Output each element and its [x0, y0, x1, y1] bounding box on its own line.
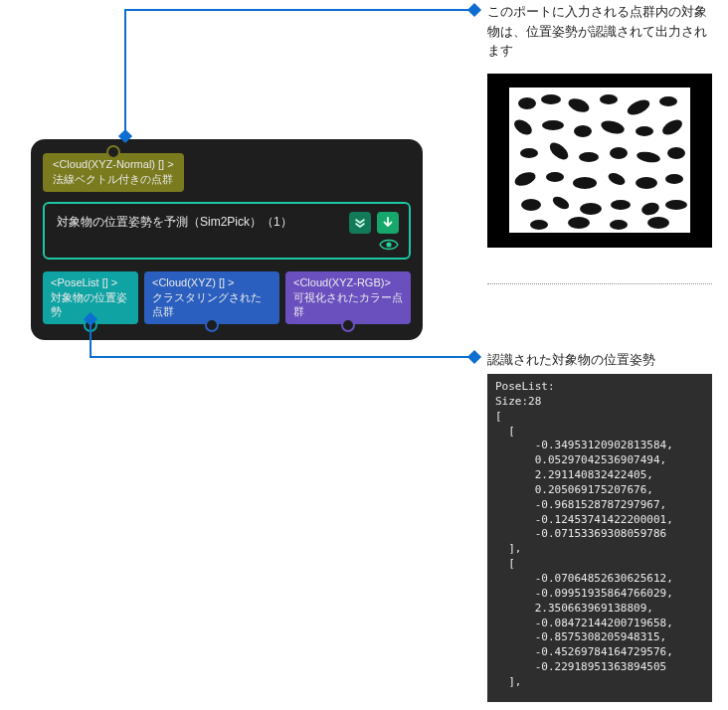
port-type-label: <Cloud(XYZ-Normal) [] > [53, 157, 174, 172]
connector-line [90, 356, 472, 358]
port-name-label: クラスタリングされた点群 [152, 290, 272, 320]
svg-point-21 [546, 172, 564, 182]
output-port-cluster-cloud[interactable]: <Cloud(XYZ) [] > クラスタリングされた点群 [144, 271, 279, 325]
port-name-label: 法線ベクトル付きの点群 [53, 172, 174, 187]
svg-point-12 [636, 126, 653, 136]
output-ports-row: <PoseList [] > 対象物の位置姿勢 <Cloud(XYZ) [] >… [43, 271, 411, 325]
port-type-label: <PoseList [] > [51, 275, 130, 290]
svg-point-31 [665, 200, 687, 210]
section-divider [487, 283, 712, 284]
output-port-color-cloud[interactable]: <Cloud(XYZ-RGB)> 可視化されたカラー点群 [285, 271, 411, 325]
node-header-icons [349, 212, 399, 252]
node-header[interactable]: 対象物の位置姿勢を予測（Sim2Pick）（1） [43, 202, 411, 260]
svg-point-33 [568, 217, 590, 229]
svg-point-24 [636, 177, 657, 189]
svg-point-25 [665, 174, 683, 184]
svg-point-3 [541, 94, 561, 104]
node-title: 対象物の位置姿勢を予測（Sim2Pick）（1） [57, 212, 292, 231]
pointcloud-thumbnail [487, 74, 712, 248]
svg-point-19 [667, 147, 685, 159]
svg-point-7 [659, 96, 677, 106]
visibility-icon[interactable] [379, 238, 399, 252]
svg-point-9 [542, 120, 564, 130]
svg-point-10 [574, 125, 592, 137]
svg-point-16 [579, 152, 599, 162]
svg-point-26 [521, 199, 541, 211]
port-type-label: <Cloud(XYZ) [] > [152, 275, 272, 290]
port-name-label: 可視化されたカラー点群 [293, 290, 403, 320]
connector-end-diamond [467, 350, 481, 364]
svg-point-28 [580, 203, 602, 215]
poselist-output-panel: PoseList: Size:28 [ [ -0.349531209028135… [487, 374, 712, 702]
svg-point-14 [520, 148, 538, 158]
svg-point-29 [611, 200, 631, 210]
svg-point-34 [610, 220, 628, 230]
port-type-label: <Cloud(XYZ-RGB)> [293, 275, 403, 290]
connector-line [124, 9, 126, 134]
input-port-cloud-normal[interactable]: <Cloud(XYZ-Normal) [] > 法線ベクトル付きの点群 [43, 153, 184, 192]
collapse-icon[interactable] [349, 212, 371, 234]
svg-point-17 [610, 147, 628, 159]
connector-line [124, 9, 472, 11]
connector-end-diamond [467, 3, 481, 17]
svg-point-35 [647, 217, 669, 229]
run-icon[interactable] [377, 212, 399, 234]
step-node: <Cloud(XYZ-Normal) [] > 法線ベクトル付きの点群 対象物の… [31, 139, 423, 340]
callout-input-description: このポートに入力される点群内の対象物は、位置姿勢が認識されて出力されます [487, 2, 716, 61]
svg-point-2 [518, 97, 536, 109]
svg-point-5 [600, 94, 618, 104]
callout-output-description: 認識された対象物の位置姿勢 [487, 351, 655, 369]
svg-point-22 [573, 177, 597, 189]
svg-point-32 [530, 220, 548, 230]
svg-point-36 [386, 242, 391, 247]
